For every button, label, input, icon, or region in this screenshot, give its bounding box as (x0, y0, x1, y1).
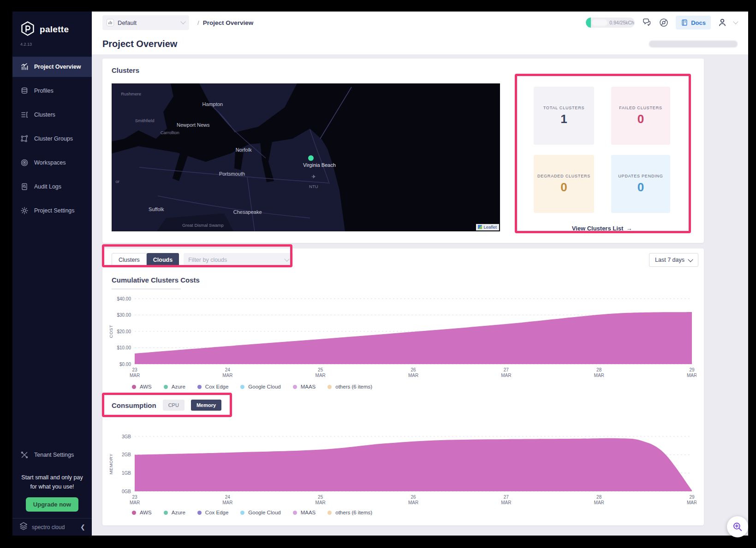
svg-text:MAR: MAR (130, 373, 140, 378)
filter-by-clouds-select[interactable]: Filter by clouds (184, 253, 293, 267)
legend-dot (240, 511, 244, 515)
audit-log-icon (20, 183, 29, 191)
spectro-cloud-logo (19, 522, 28, 532)
svg-text:MAR: MAR (315, 373, 326, 378)
gear-icon (20, 206, 29, 215)
title-row: Project Overview (92, 34, 748, 54)
svg-text:MAR: MAR (408, 500, 418, 505)
sidebar-item-workspaces[interactable]: Workspaces (12, 153, 92, 173)
clusters-map[interactable]: Rushmere Hampton Smithfield Newport News… (112, 83, 500, 231)
legend-item[interactable]: Cox Edge (197, 510, 229, 515)
user-icon[interactable] (718, 18, 727, 27)
charts-card: Clusters Clouds Filter by clouds Last 7 … (102, 248, 704, 525)
svg-text:MEMORY: MEMORY (108, 454, 113, 475)
leaflet-icon (478, 225, 482, 229)
legend-dot (327, 385, 332, 389)
cluster-stats-panel: TOTAL CLUSTERS 1 FAILED CLUSTERS 0 DEGRA… (534, 87, 670, 232)
svg-text:MAR: MAR (501, 373, 511, 378)
legend-item[interactable]: others (6 items) (327, 384, 372, 389)
svg-text:$10.00: $10.00 (117, 345, 131, 350)
sidebar-item-project-overview[interactable]: Project Overview (12, 57, 92, 77)
legend-item[interactable]: Google Cloud (240, 384, 280, 389)
sidebar-item-tenant-settings[interactable]: Tenant Settings (12, 445, 92, 465)
legend-item[interactable]: MAAS (293, 384, 316, 389)
list-icon (20, 111, 29, 119)
chevron-down-icon (285, 256, 290, 261)
stat-updates-pending: UPDATES PENDING 0 (611, 155, 670, 213)
sidebar-item-audit-logs[interactable]: Audit Logs (12, 177, 92, 197)
legend-item[interactable]: AWS (132, 510, 152, 515)
svg-text:28: 28 (596, 495, 602, 500)
toggle-cpu[interactable]: CPU (163, 400, 185, 411)
palette-logo-icon (20, 21, 36, 38)
legend-item[interactable]: Cox Edge (197, 384, 229, 389)
palette-dashboard: palette 4.2.13 Project Overview Profiles… (0, 0, 756, 548)
sidebar-item-cluster-groups[interactable]: Cluster Groups (12, 129, 92, 149)
usage-progress-bar (586, 18, 591, 28)
legend-item[interactable]: AWS (132, 384, 152, 389)
svg-text:$40.00: $40.00 (117, 296, 131, 301)
legend-dot (293, 385, 297, 389)
sidebar-item-label: Cluster Groups (34, 136, 73, 142)
toggle-clusters[interactable]: Clusters (112, 253, 147, 267)
project-selector[interactable]: Default (102, 15, 189, 30)
toggle-clouds[interactable]: Clouds (147, 253, 179, 267)
sidebar-item-label: Project Overview (34, 64, 81, 70)
legend-item[interactable]: Google Cloud (240, 510, 280, 515)
legend-item[interactable]: MAAS (293, 510, 316, 515)
topbar-actions: 0.94/25kCh Docs (586, 16, 738, 29)
layers-icon (20, 87, 29, 95)
arrow-right-icon: → (626, 225, 632, 232)
sidebar-item-label: Clusters (34, 112, 55, 118)
chat-icon[interactable] (642, 18, 652, 28)
book-icon (681, 19, 688, 26)
date-range-select[interactable]: Last 7 days (649, 253, 698, 267)
sidebar-item-project-settings[interactable]: Project Settings (12, 200, 92, 221)
svg-text:24: 24 (225, 367, 231, 372)
view-toggle: Clusters Clouds (112, 253, 179, 267)
sidebar-item-clusters[interactable]: Clusters (12, 105, 92, 125)
sidebar-item-label: Project Settings (34, 207, 75, 214)
legend-item[interactable]: others (6 items) (327, 510, 372, 515)
svg-text:MAR: MAR (594, 373, 604, 378)
legend-dot (293, 511, 297, 515)
svg-text:27: 27 (504, 367, 509, 372)
legend-dot (164, 511, 168, 515)
cost-chart-legend: AWS Azure Cox Edge Google Cloud MAAS oth… (132, 384, 372, 389)
clusters-card-title: Clusters (112, 66, 139, 74)
legend-dot (327, 511, 332, 515)
sidebar-bottom: Tenant Settings Start small and only pay… (12, 445, 92, 536)
stat-failed-clusters: FAILED CLUSTERS 0 (611, 87, 670, 145)
content-area: Clusters (92, 54, 748, 536)
divider (112, 289, 181, 289)
cluster-location-marker[interactable] (308, 155, 314, 161)
svg-text:MAR: MAR (222, 373, 232, 378)
docs-button[interactable]: Docs (676, 16, 711, 29)
tools-icon (20, 451, 29, 459)
chevron-down-icon[interactable] (733, 19, 738, 24)
page-title: Project Overview (102, 39, 177, 49)
chart-icon (20, 63, 29, 71)
leaflet-attribution[interactable]: Leaflet (476, 224, 499, 230)
svg-text:MAR: MAR (687, 500, 696, 505)
legend-dot (164, 385, 168, 389)
airplane-icon: ✈ (311, 174, 315, 180)
target-icon (20, 159, 29, 167)
toggle-memory[interactable]: Memory (191, 400, 221, 411)
svg-text:MAR: MAR (222, 500, 232, 505)
search-zoom-button[interactable] (727, 516, 748, 537)
brand: palette (12, 12, 92, 38)
collapse-sidebar-icon[interactable]: ❮ (80, 524, 85, 530)
cost-area-chart: $0.00$10.00$20.00$30.00$40.0023MAR24MAR2… (106, 291, 696, 383)
view-clusters-list-link[interactable]: View Clusters List→ (534, 225, 670, 232)
upgrade-now-button[interactable]: Upgrade now (26, 497, 78, 512)
svg-text:23: 23 (132, 495, 137, 500)
svg-text:3GB: 3GB (122, 434, 131, 439)
brand-name: palette (40, 24, 69, 35)
help-compass-icon[interactable] (659, 18, 669, 28)
svg-text:MAR: MAR (594, 500, 604, 505)
sidebar-item-profiles[interactable]: Profiles (12, 81, 92, 101)
svg-text:26: 26 (411, 495, 416, 500)
legend-item[interactable]: Azure (164, 384, 185, 389)
legend-item[interactable]: Azure (164, 510, 185, 515)
